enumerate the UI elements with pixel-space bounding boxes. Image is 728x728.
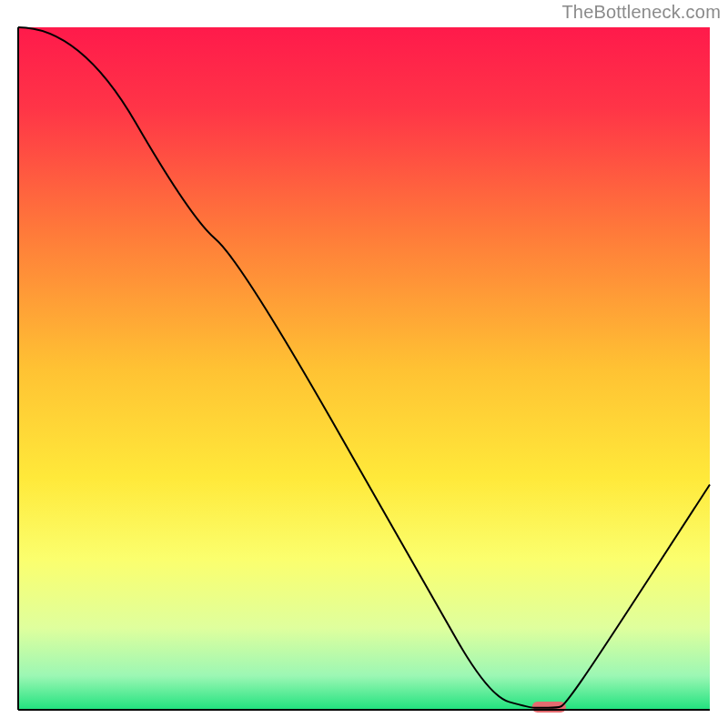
watermark-text: TheBottleneck.com: [561, 2, 721, 23]
plot-background: [18, 27, 710, 710]
chart-svg: [0, 0, 728, 728]
chart-stage: TheBottleneck.com: [0, 0, 728, 728]
